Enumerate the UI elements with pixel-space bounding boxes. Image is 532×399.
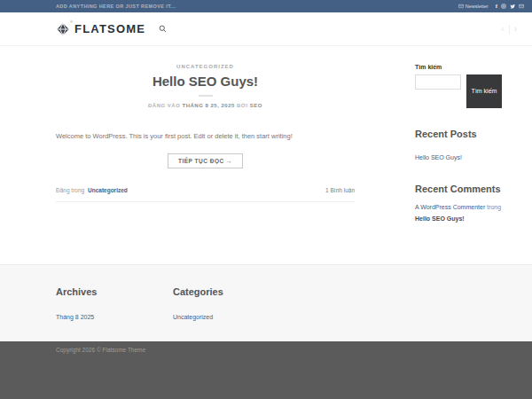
recent-post-link[interactable]: Hello SEO Guys! — [415, 154, 462, 160]
comments-count-link[interactable]: 1 Bình luận — [325, 187, 355, 193]
facebook-icon[interactable]: f — [496, 3, 497, 10]
title-divider — [199, 95, 213, 97]
topbar-message: ADD ANYTHING HERE OR JUST REMOVE IT... — [56, 4, 176, 9]
copyright-text: Copyright 2026 © Flatsome Theme — [56, 347, 504, 353]
header-nav-arrows: ‹ › — [501, 25, 517, 34]
search-widget: Tìm kiếm Tìm kiếm — [415, 64, 504, 108]
absolute-footer: Copyright 2026 © Flatsome Theme — [0, 341, 532, 399]
newsletter-label: Newsletter — [466, 4, 489, 9]
email-icon[interactable] — [519, 4, 524, 9]
divider — [509, 25, 510, 34]
recent-posts-title: Recent Posts — [415, 129, 504, 139]
post-category-link[interactable]: UNCATEGORIZED — [176, 64, 234, 69]
comment-post-link[interactable]: Hello SEO Guys! — [415, 215, 465, 222]
post-footer-meta: Đăng trong Uncategorized 1 Bình luận — [56, 187, 355, 202]
recent-comment-item: A WordPress Commenter trong Hello SEO Gu… — [415, 202, 504, 225]
post-author-link[interactable]: SEO — [250, 103, 262, 108]
post-date-link[interactable]: THÁNG 8 25, 2025 — [183, 103, 235, 108]
footer-widgets: Archives Tháng 8 2025 Categories Uncateg… — [0, 264, 532, 341]
twitter-icon[interactable] — [510, 4, 515, 9]
site-logo[interactable]: ® FLATSOME — [56, 22, 145, 36]
search-widget-label: Tìm kiếm — [415, 64, 504, 70]
post-title: Hello SEO Guys! — [56, 74, 355, 89]
social-icons: f — [496, 3, 524, 10]
comment-author-link[interactable]: A WordPress Commenter — [415, 204, 485, 210]
instagram-icon[interactable] — [501, 4, 506, 9]
flatsome-gem-icon: ® — [56, 22, 70, 36]
post-title-link[interactable]: Hello SEO Guys! — [153, 74, 258, 89]
posted-in: Đăng trong Uncategorized — [56, 187, 128, 193]
newsletter-envelope-icon — [458, 4, 464, 9]
read-more-button[interactable]: TIẾP TỤC ĐỌC → — [168, 153, 243, 168]
chevron-right-icon[interactable]: › — [514, 25, 517, 34]
sidebar: Tìm kiếm Tìm kiếm Recent Posts Hello SEO… — [415, 64, 504, 225]
sidebar-search-button[interactable]: Tìm kiếm — [466, 74, 502, 108]
registered-mark: ® — [70, 20, 73, 24]
posted-in-category-link[interactable]: Uncategorized — [88, 187, 128, 193]
newsletter-link[interactable]: Newsletter — [458, 4, 489, 9]
blog-post: UNCATEGORIZED Hello SEO Guys! ĐĂNG VÀO T… — [56, 64, 355, 225]
recent-comments-title: Recent Comments — [415, 184, 504, 194]
search-icon[interactable] — [159, 25, 167, 33]
sidebar-search-input[interactable] — [415, 74, 461, 90]
posted-on-label: ĐĂNG VÀO — [148, 103, 180, 108]
by-label: BỞI — [237, 103, 248, 108]
comment-connector: trong — [487, 204, 501, 210]
chevron-left-icon[interactable]: ‹ — [501, 25, 504, 34]
topbar-right: Newsletter f — [458, 3, 524, 10]
post-meta: ĐĂNG VÀO THÁNG 8 25, 2025 BỞI SEO — [56, 103, 355, 108]
categories-widget: Categories Uncategorized — [173, 286, 223, 323]
site-header: ® FLATSOME ‹ › — [0, 12, 532, 46]
post-category-label: UNCATEGORIZED — [56, 64, 355, 69]
archives-title: Archives — [56, 286, 173, 297]
category-uncategorized-link[interactable]: Uncategorized — [173, 314, 213, 320]
post-excerpt: Welcome to WordPress. This is your first… — [56, 131, 355, 141]
topbar: ADD ANYTHING HERE OR JUST REMOVE IT... N… — [0, 0, 532, 12]
posted-in-label: Đăng trong — [56, 187, 84, 193]
archive-month-link[interactable]: Tháng 8 2025 — [56, 314, 94, 320]
archives-widget: Archives Tháng 8 2025 — [56, 286, 173, 323]
logo-text: FLATSOME — [74, 22, 145, 35]
main-content: UNCATEGORIZED Hello SEO Guys! ĐĂNG VÀO T… — [0, 46, 532, 264]
categories-title: Categories — [173, 286, 223, 297]
